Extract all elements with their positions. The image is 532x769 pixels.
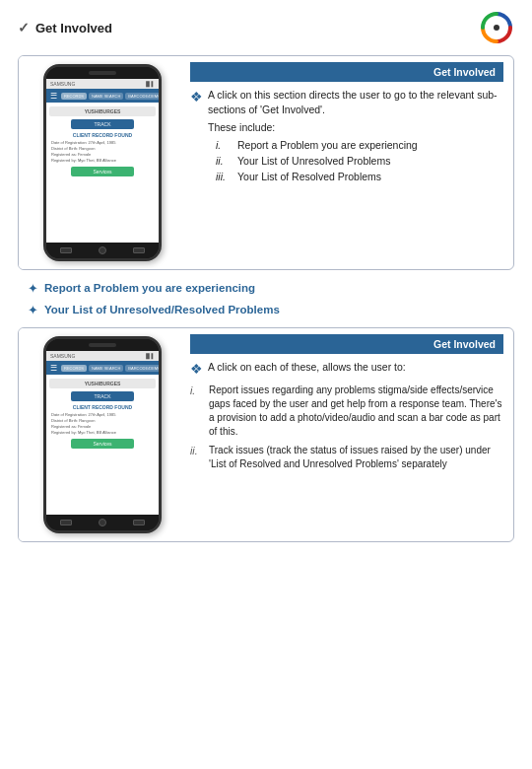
card2-item-2: ii. Track issues (track the status of is… (190, 444, 503, 471)
track-button[interactable]: TRACK (71, 119, 135, 129)
arrow-icon-1: ✦ (28, 280, 38, 298)
phone-status-bar-2: SAMSUNG ▐▌▌ (46, 351, 159, 361)
phone-bottom-bar-2 (46, 515, 159, 530)
phone-status-bar: SAMSUNG ▐▌▌ (46, 79, 159, 89)
list-item-3: iii. Your List of Resolved Problems (216, 170, 503, 185)
arrow-icon-2: ✦ (28, 302, 38, 319)
logo-icon (479, 10, 514, 45)
card-1: SAMSUNG ▐▌▌ ☰ RECORDS NAME SEARCH BARCOD… (18, 55, 514, 270)
card2-text-2: Track issues (track the status of issues… (209, 444, 503, 471)
page-wrapper: ✓ Get Involved (0, 0, 532, 562)
signal-icon: ▐▌▌ (144, 81, 155, 87)
checkmark-icon: ✓ (18, 20, 30, 35)
card2-intro-text: A click on each of these, allows the use… (208, 360, 406, 375)
back-button-2 (60, 520, 72, 525)
list-item-2: ii. Your List of Unresolved Problems (216, 154, 503, 170)
record-title: CLIENT RECORD FOUND (49, 132, 156, 138)
list-item-1: i. Report a Problem you are experiencing (216, 138, 503, 154)
mid-section: ✦ Report a Problem you are experiencing … (28, 280, 514, 319)
record-line-3b: Registered as: Female (49, 424, 156, 429)
services-button[interactable]: Services (71, 167, 135, 176)
hamburger-icon: ☰ (48, 92, 59, 101)
mid-item-1: ✦ Report a Problem you are experiencing (28, 280, 514, 298)
record-line-4b: Registered by: Myo Thet, BB Alliance (49, 430, 156, 435)
samsung-label: SAMSUNG (50, 81, 75, 87)
samsung-label-2: SAMSUNG (50, 353, 75, 359)
list-text-3: Your List of Resolved Problems (237, 170, 381, 185)
phone-speaker (89, 71, 116, 75)
nav-barcode-2[interactable]: BARCODE/DEMO (125, 365, 159, 372)
list-text-1: Report a Problem you are experiencing (237, 138, 418, 154)
record-line-2b: District of Birth: Rangoon (49, 418, 156, 423)
card2-content: Get Involved ❖ A click on each of these,… (186, 328, 513, 541)
phone-mockup-2: SAMSUNG ▐▌▌ ☰ RECORDS NAME SEARCH BARCOD… (43, 336, 162, 533)
card2-text-1: Report issues regarding any problems sti… (209, 384, 503, 439)
mid-text-2: Your List of Unresolved/Resolved Problem… (44, 302, 280, 317)
phone-top-bar (46, 67, 159, 79)
card1-list: i. Report a Problem you are experiencing… (216, 138, 503, 184)
nav-records-2[interactable]: RECORDS (61, 365, 87, 372)
list-num-3: iii. (216, 170, 233, 185)
phone-body-2: YUSHIBURGES TRACK CLIENT RECORD FOUND Da… (46, 375, 159, 515)
phone-top-bar-2 (46, 339, 159, 351)
record-line-2: District of Birth: Rangoon (49, 146, 156, 151)
phone-speaker-2 (89, 343, 116, 347)
svg-point-1 (494, 25, 499, 31)
mid-text-1: Report a Problem you are experiencing (44, 280, 255, 296)
phone-nav-bar: ☰ RECORDS NAME SEARCH BARCODE/DEMO (46, 89, 159, 103)
phone-screen-2: SAMSUNG ▐▌▌ ☰ RECORDS NAME SEARCH BARCOD… (46, 351, 159, 515)
menu-button-2 (133, 520, 145, 525)
header-title-area: ✓ Get Involved (18, 20, 112, 35)
card1-phone-area: SAMSUNG ▐▌▌ ☰ RECORDS NAME SEARCH BARCOD… (19, 56, 186, 269)
record-line-1: Date of Registration: 27th April, 1985 (49, 140, 156, 145)
mid-item-2: ✦ Your List of Unresolved/Resolved Probl… (28, 302, 514, 319)
header-row: ✓ Get Involved (18, 10, 514, 45)
list-num-2: ii. (216, 154, 233, 170)
services-button-2[interactable]: Services (71, 439, 135, 449)
phone-screen-1: SAMSUNG ▐▌▌ ☰ RECORDS NAME SEARCH BARCOD… (46, 79, 159, 243)
card2-num-2: ii. (190, 444, 204, 458)
list-text-2: Your List of Unresolved Problems (237, 154, 390, 170)
list-num-1: i. (216, 138, 233, 154)
record-title-2: CLIENT RECORD FOUND (49, 404, 156, 410)
signal-icon-2: ▐▌▌ (144, 353, 155, 359)
home-button (99, 246, 106, 254)
card2-banner: Get Involved (190, 334, 503, 354)
diamond-icon-1: ❖ (190, 88, 203, 105)
nav-records[interactable]: RECORDS (61, 93, 87, 100)
record-line-4: Registered by: Myo Thet, BB Alliance (49, 158, 156, 163)
nav-barcode[interactable]: BARCODE/DEMO (125, 93, 159, 100)
record-line-1b: Date of Registration: 27th April, 1985 (49, 412, 156, 417)
phone-mockup-1: SAMSUNG ▐▌▌ ☰ RECORDS NAME SEARCH BARCOD… (43, 64, 162, 261)
phone-nav-bar-2: ☰ RECORDS NAME SEARCH BARCODE/DEMO (46, 361, 159, 375)
menu-button (133, 247, 145, 253)
card2-top-bullet: ❖ A click on each of these, allows the u… (190, 360, 503, 378)
card1-bullet: ❖ A click on this section directs the us… (190, 88, 503, 184)
record-line-3: Registered as: Female (49, 152, 156, 157)
name-badge-2: YUSHIBURGES (49, 379, 156, 388)
diamond-icon-2: ❖ (190, 360, 203, 378)
name-badge: YUSHIBURGES (49, 106, 156, 116)
card1-includes-label: These include: (208, 120, 503, 135)
card2-item-1: i. Report issues regarding any problems … (190, 384, 503, 439)
card2-phone-area: SAMSUNG ▐▌▌ ☰ RECORDS NAME SEARCH BARCOD… (19, 328, 186, 541)
phone-bottom-bar (46, 243, 159, 258)
card1-main-text: A click on this section directs the user… (208, 88, 503, 116)
home-button-2 (99, 519, 106, 526)
nav-name-search-2[interactable]: NAME SEARCH (89, 365, 123, 372)
card1-content: Get Involved ❖ A click on this section d… (186, 56, 513, 269)
card2-num-1: i. (190, 384, 204, 398)
nav-name-search[interactable]: NAME SEARCH (89, 93, 123, 100)
card1-banner: Get Involved (190, 62, 503, 82)
hamburger-icon-2: ☰ (48, 364, 59, 373)
back-button (60, 247, 72, 253)
track-button-2[interactable]: TRACK (71, 391, 135, 401)
page-title: Get Involved (35, 21, 112, 35)
card-2: SAMSUNG ▐▌▌ ☰ RECORDS NAME SEARCH BARCOD… (18, 327, 514, 542)
phone-body-1: YUSHIBURGES TRACK CLIENT RECORD FOUND Da… (46, 103, 159, 243)
